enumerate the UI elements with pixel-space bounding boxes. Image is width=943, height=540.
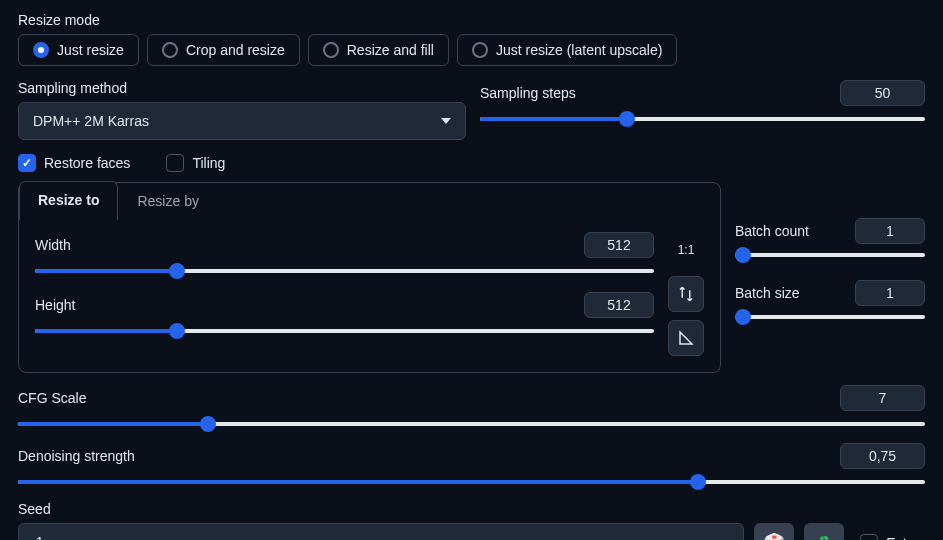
denoise-slider[interactable] bbox=[18, 475, 925, 489]
aspect-ratio-label: 1:1 bbox=[668, 232, 704, 268]
cfg-scale-slider[interactable] bbox=[18, 417, 925, 431]
resize-mode-label: Resize mode bbox=[18, 12, 925, 28]
resize-mode-option-just-resize[interactable]: Just resize bbox=[18, 34, 139, 66]
batch-size-slider[interactable] bbox=[735, 310, 925, 324]
batch-size-value[interactable]: 1 bbox=[855, 280, 925, 306]
sampling-steps-label: Sampling steps bbox=[480, 85, 576, 101]
sampling-method-value: DPM++ 2M Karras bbox=[33, 113, 149, 129]
batch-count-label: Batch count bbox=[735, 223, 809, 239]
seed-input[interactable]: -1 bbox=[18, 523, 744, 540]
width-label: Width bbox=[35, 237, 71, 253]
chevron-down-icon bbox=[441, 118, 451, 124]
resize-mode-option-crop[interactable]: Crop and resize bbox=[147, 34, 300, 66]
reuse-seed-button[interactable]: ♻ bbox=[804, 523, 844, 540]
height-value[interactable]: 512 bbox=[584, 292, 654, 318]
batch-size-label: Batch size bbox=[735, 285, 800, 301]
resize-mode-option-fill[interactable]: Resize and fill bbox=[308, 34, 449, 66]
resize-tabs: Resize to Resize by Width 512 bbox=[18, 182, 721, 373]
extra-label: Extra bbox=[886, 535, 919, 540]
swap-icon bbox=[677, 285, 695, 303]
restore-faces-label: Restore faces bbox=[44, 155, 130, 171]
width-slider[interactable] bbox=[35, 264, 654, 278]
tiling-checkbox[interactable]: Tiling bbox=[166, 154, 225, 172]
denoise-label: Denoising strength bbox=[18, 448, 135, 464]
sampling-steps-value[interactable]: 50 bbox=[840, 80, 925, 106]
sampling-steps-slider[interactable] bbox=[480, 112, 925, 126]
ruler-icon bbox=[677, 329, 695, 347]
dice-icon: 🎲 bbox=[763, 532, 785, 540]
batch-count-slider[interactable] bbox=[735, 248, 925, 262]
cfg-scale-label: CFG Scale bbox=[18, 390, 86, 406]
resize-mode-option-latent[interactable]: Just resize (latent upscale) bbox=[457, 34, 678, 66]
random-seed-button[interactable]: 🎲 bbox=[754, 523, 794, 540]
extra-checkbox[interactable]: Extra bbox=[854, 523, 925, 540]
height-label: Height bbox=[35, 297, 75, 313]
sampling-method-label: Sampling method bbox=[18, 80, 466, 96]
radio-option-label: Just resize (latent upscale) bbox=[496, 42, 663, 58]
radio-option-label: Resize and fill bbox=[347, 42, 434, 58]
batch-count-value[interactable]: 1 bbox=[855, 218, 925, 244]
recycle-icon: ♻ bbox=[816, 532, 832, 540]
radio-option-label: Crop and resize bbox=[186, 42, 285, 58]
height-slider[interactable] bbox=[35, 324, 654, 338]
aspect-tool-button[interactable] bbox=[668, 320, 704, 356]
cfg-scale-value[interactable]: 7 bbox=[840, 385, 925, 411]
tab-resize-to[interactable]: Resize to bbox=[19, 181, 118, 220]
swap-dimensions-button[interactable] bbox=[668, 276, 704, 312]
denoise-value[interactable]: 0,75 bbox=[840, 443, 925, 469]
tab-resize-by[interactable]: Resize by bbox=[118, 182, 217, 219]
seed-label: Seed bbox=[18, 501, 925, 517]
resize-mode-group: Just resize Crop and resize Resize and f… bbox=[18, 34, 925, 66]
sampling-method-select[interactable]: DPM++ 2M Karras bbox=[18, 102, 466, 140]
tiling-label: Tiling bbox=[192, 155, 225, 171]
width-value[interactable]: 512 bbox=[584, 232, 654, 258]
radio-option-label: Just resize bbox=[57, 42, 124, 58]
restore-faces-checkbox[interactable]: Restore faces bbox=[18, 154, 130, 172]
